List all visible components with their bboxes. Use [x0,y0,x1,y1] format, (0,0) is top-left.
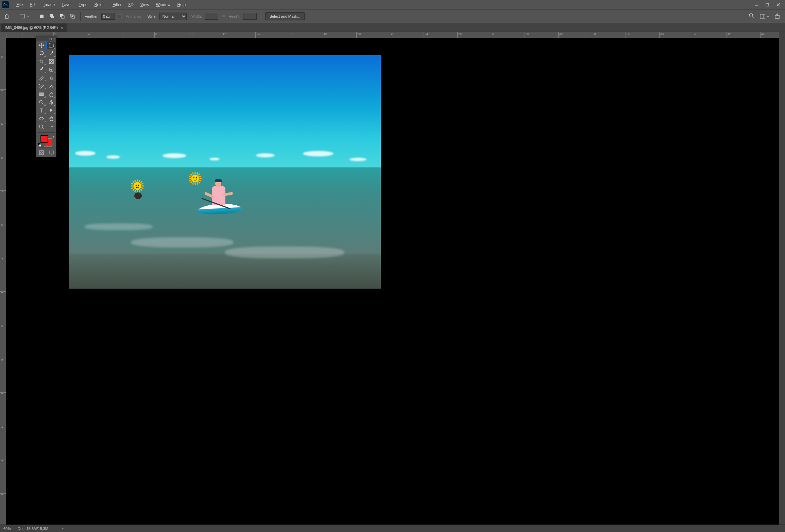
svg-line-31 [189,180,191,181]
frame-tool[interactable] [46,57,56,66]
svg-rect-79 [49,151,53,154]
status-flyout-icon[interactable]: ▸ [62,526,64,531]
crop-tool[interactable] [36,57,46,66]
rectangular-marquee-tool[interactable] [46,41,56,49]
close-panel-icon[interactable]: × [53,37,55,40]
window-maximize-button[interactable] [763,1,772,8]
zoom-tool[interactable] [36,123,46,131]
menu-image[interactable]: Image [40,0,58,10]
selection-intersect-button[interactable] [69,13,76,20]
selection-add-button[interactable] [48,13,56,20]
svg-line-71 [42,128,44,129]
horizontal-ruler[interactable]: 0246810121416182022242628303234363840424… [6,32,779,38]
svg-rect-77 [39,151,44,155]
eyedropper-tool[interactable] [36,66,46,74]
vertical-scrollbar[interactable] [779,32,785,525]
svg-line-68 [42,103,44,104]
eraser-tool[interactable] [46,82,56,90]
window-close-button[interactable] [773,1,783,8]
svg-point-35 [193,177,194,178]
svg-line-53 [139,180,140,182]
selection-subtract-button[interactable] [58,13,66,20]
clone-stamp-tool[interactable] [46,74,56,82]
tools-panel-titlebar[interactable]: ◂◂ × [36,36,56,41]
feather-input[interactable] [101,13,115,20]
tool-preset-picker[interactable] [19,13,30,19]
workspace-switcher[interactable] [760,13,769,19]
selection-new-button[interactable] [38,13,46,20]
svg-line-27 [189,176,191,177]
style-select[interactable]: Normal [159,13,187,20]
app-logo: Ps [2,1,9,8]
width-input [205,13,218,20]
svg-point-73 [51,126,51,127]
menu-help[interactable]: Help [174,0,189,10]
share-button[interactable] [774,13,780,20]
style-label: Style: [147,14,157,18]
menu-3d[interactable]: 3D [125,0,137,10]
menu-window[interactable]: Window [153,0,174,10]
menu-filter[interactable]: Filter [109,0,125,10]
screen-mode-button[interactable] [46,149,56,157]
svg-point-18 [191,174,199,182]
svg-line-24 [198,182,200,183]
svg-line-46 [131,184,133,184]
swap-colors-icon[interactable]: ⇆ [51,135,54,138]
quick-mask-button[interactable] [36,149,46,157]
path-selection-tool[interactable] [46,106,56,115]
lasso-tool[interactable] [36,49,46,57]
move-tool[interactable] [36,41,46,49]
foreground-color-swatch[interactable] [40,135,48,143]
svg-point-70 [39,125,43,128]
sun-sticker-icon [130,179,144,193]
gradient-tool[interactable] [36,90,46,98]
doc-size[interactable]: Doc: 15,3M/15,3M [18,527,48,531]
search-icon[interactable] [749,13,755,20]
type-tool[interactable] [36,106,46,115]
svg-line-52 [135,190,136,192]
menu-select[interactable]: Select [91,0,109,10]
blur-tool[interactable] [46,90,56,98]
svg-line-29 [193,172,193,174]
svg-point-13 [749,14,753,17]
document-image [69,55,381,289]
svg-line-28 [199,180,201,181]
color-swatches[interactable]: ⇆ [36,134,56,147]
home-button[interactable] [3,12,11,20]
svg-line-44 [133,189,134,190]
menu-edit[interactable]: Edit [26,0,40,10]
vertical-ruler[interactable]: 0246810121416182022242628 [0,38,6,525]
svg-line-30 [197,183,198,185]
more-tools[interactable] [46,123,56,131]
hand-tool[interactable] [46,115,56,123]
close-tab-icon[interactable]: × [61,25,63,30]
canvas-area[interactable] [6,38,779,525]
svg-line-33 [193,183,193,185]
document-tab[interactable]: IMG_0486.jpg @ 60% (RGB/8*) × [1,23,67,32]
healing-brush-tool[interactable] [46,66,56,74]
select-and-mask-button[interactable]: Select and Mask... [265,12,305,20]
svg-line-49 [139,190,140,192]
collapse-panel-icon[interactable]: ◂◂ [49,37,52,40]
window-minimize-button[interactable] [752,1,761,8]
ruler-origin[interactable] [0,32,6,38]
document-tab-title: IMG_0486.jpg @ 60% (RGB/8*) [5,25,58,30]
brush-tool[interactable] [36,74,46,82]
svg-line-32 [199,176,201,177]
svg-line-45 [140,181,142,183]
svg-line-26 [198,174,200,175]
dodge-tool[interactable] [36,98,46,106]
default-colors-icon[interactable] [38,143,41,146]
menu-view[interactable]: View [137,0,153,10]
svg-point-78 [40,152,42,154]
menu-file[interactable]: File [13,0,26,10]
svg-point-54 [136,185,137,186]
shape-tool[interactable] [36,115,46,123]
history-brush-tool[interactable] [36,82,46,90]
magic-wand-tool[interactable] [46,49,56,57]
zoom-level[interactable]: 60% [3,527,11,531]
pen-tool[interactable] [46,98,56,106]
menu-type[interactable]: Type [75,0,91,10]
menu-layer[interactable]: Layer [58,0,75,10]
svg-line-23 [190,174,192,175]
